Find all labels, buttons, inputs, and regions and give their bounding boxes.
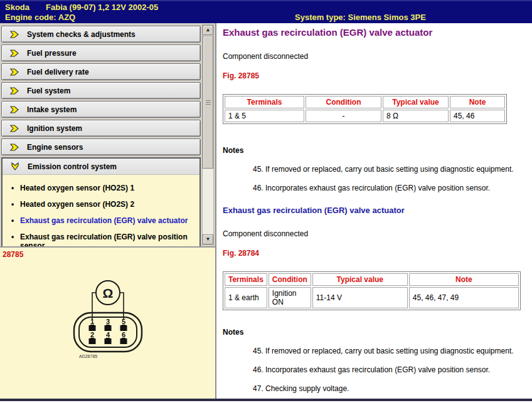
- pin-number: 1: [90, 318, 94, 325]
- sidebar-item-fuel-delivery-rate[interactable]: Fuel delivery rate: [1, 63, 201, 80]
- pin-number: 3: [106, 318, 110, 325]
- note-item: 45. If removed or replaced, carry out ba…: [253, 347, 527, 355]
- cell-terminals: 1 & earth: [225, 287, 267, 308]
- col-header: Note: [450, 96, 505, 108]
- col-header: Note: [409, 273, 519, 286]
- bullet-icon: •: [11, 184, 20, 192]
- cell-condition: -: [306, 110, 381, 122]
- arrow-right-icon: [9, 86, 19, 96]
- spec-table: Terminals Condition Typical value Note 1…: [223, 271, 521, 310]
- figure-reference: Fig. 28785: [223, 71, 527, 80]
- notes-title: Notes: [223, 328, 527, 337]
- note-item: 46. Incorporates exhaust gas recirculati…: [253, 365, 527, 374]
- note-item: 47. Checking supply voltage.: [253, 384, 527, 393]
- bullet-icon: •: [11, 216, 20, 225]
- pin-number: 4: [106, 331, 110, 338]
- spec-table: Terminals Condition Typical value Note 1…: [223, 94, 507, 124]
- connector-diagram: Ω 1 3 5 2 4 6: [70, 279, 149, 364]
- sidebar-item-ignition-system[interactable]: Ignition system: [1, 120, 201, 137]
- sidebar-item-label: Intake system: [27, 105, 77, 114]
- sidebar-item-label: Ignition system: [27, 124, 82, 133]
- sidebar-item-label: Fuel pressure: [27, 49, 77, 58]
- subitem-label: Heated oxygen sensor (HO2S) 2: [20, 200, 139, 209]
- vehicle-title: SkodaFabia (99-07) 1,2 12V 2002-05: [5, 3, 158, 12]
- sidebar: System checks & adjustments Fuel pressur…: [0, 23, 215, 399]
- main-content: Exhaust gas recirculation (EGR) valve ac…: [215, 23, 532, 399]
- system-type: System type: Siemens Simos 3PE: [295, 13, 426, 22]
- sidebar-subitem-egr-valve-actuator[interactable]: • Exhaust gas recirculation (EGR) valve …: [3, 212, 196, 229]
- cell-terminals: 1 & 5: [225, 110, 304, 122]
- arrow-right-icon: [9, 48, 19, 58]
- cell-typical-value: 11-14 V: [312, 287, 408, 308]
- sidebar-group-emission-control: Emission control system • Heated oxygen …: [1, 157, 201, 259]
- sidebar-item-label: Engine sensors: [27, 143, 83, 152]
- arrow-right-icon: [9, 67, 19, 77]
- scrollbar-grip-icon: [206, 100, 211, 105]
- table-header-row: Terminals Condition Typical value Note: [225, 273, 519, 286]
- pin-number: 2: [90, 331, 94, 338]
- sidebar-item-engine-sensors[interactable]: Engine sensors: [1, 139, 201, 155]
- cell-note: 45, 46: [450, 110, 505, 122]
- engine-code: Engine code: AZQ: [5, 13, 75, 22]
- sidebar-item-label: Emission control system: [28, 162, 117, 171]
- col-header: Condition: [306, 96, 381, 108]
- sidebar-menu: System checks & adjustments Fuel pressur…: [0, 23, 215, 246]
- sidebar-subitems: • Heated oxygen sensor (HO2S) 1 • Heated…: [3, 175, 200, 258]
- figure-caption: AD28785: [79, 354, 97, 359]
- cell-note: 45, 46, 47, 49: [409, 287, 519, 308]
- sidebar-item-system-checks[interactable]: System checks & adjustments: [1, 26, 201, 43]
- app-window: SkodaFabia (99-07) 1,2 12V 2002-05 Engin…: [0, 0, 532, 403]
- section-subtitle: Component disconnected: [223, 229, 527, 238]
- titlebar: SkodaFabia (99-07) 1,2 12V 2002-05 Engin…: [0, 0, 532, 23]
- col-header: Condition: [269, 273, 311, 286]
- pin-number: 6: [122, 331, 125, 338]
- subitem-label: Heated oxygen sensor (HO2S) 1: [20, 184, 139, 192]
- table-header-row: Terminals Condition Typical value Note: [225, 96, 505, 108]
- col-header: Terminals: [225, 273, 267, 286]
- sidebar-item-label: Fuel delivery rate: [27, 68, 89, 76]
- col-header: Typical value: [383, 96, 449, 108]
- vehicle-brand: Skoda: [5, 3, 29, 12]
- sidebar-item-emission-control[interactable]: Emission control system: [3, 159, 200, 175]
- table-row: 1 & earth Ignition ON 11-14 V 45, 46, 47…: [225, 287, 519, 308]
- section-title: Exhaust gas recirculation (EGR) valve ac…: [223, 27, 527, 38]
- sidebar-menu-list: System checks & adjustments Fuel pressur…: [1, 26, 201, 259]
- scroll-up-button[interactable]: ▲: [203, 25, 213, 35]
- sidebar-subitem-ho2s-1[interactable]: • Heated oxygen sensor (HO2S) 1: [3, 180, 196, 196]
- sidebar-item-label: Fuel system: [27, 86, 70, 95]
- cell-typical-value: 8 Ω: [383, 110, 449, 122]
- sidebar-item-label: System checks & adjustments: [27, 30, 136, 39]
- arrow-down-icon: [10, 162, 20, 172]
- note-item: 46. Incorporates exhaust gas recirculati…: [253, 184, 527, 192]
- window-bottom-edge: [0, 399, 532, 401]
- section-title: Exhaust gas recirculation (EGR) valve ac…: [223, 206, 527, 215]
- ohmmeter-symbol: Ω: [103, 286, 114, 300]
- arrow-right-icon: [9, 142, 19, 152]
- subitem-label: Exhaust gas recirculation (EGR) valve ac…: [20, 216, 193, 225]
- vehicle-model: Fabia (99-07) 1,2 12V 2002-05: [46, 3, 158, 12]
- note-item: 45. If removed or replaced, carry out ba…: [253, 165, 527, 174]
- arrow-right-icon: [9, 105, 19, 115]
- section-subtitle: Component disconnected: [223, 52, 527, 61]
- figure-number: 28785: [3, 250, 23, 259]
- arrow-right-icon: [9, 29, 19, 39]
- col-header: Typical value: [312, 273, 408, 286]
- bullet-icon: •: [11, 200, 20, 209]
- content-row: System checks & adjustments Fuel pressur…: [0, 23, 532, 399]
- sidebar-item-intake-system[interactable]: Intake system: [1, 101, 201, 118]
- scrollbar-thumb[interactable]: [203, 36, 213, 169]
- arrow-right-icon: [9, 123, 19, 133]
- figure-reference: Fig. 28784: [223, 249, 527, 258]
- col-header: Terminals: [225, 96, 304, 108]
- sidebar-subitem-ho2s-2[interactable]: • Heated oxygen sensor (HO2S) 2: [3, 196, 196, 212]
- notes-title: Notes: [223, 146, 527, 155]
- figure-panel: 28785 Ω 1 3 5: [0, 246, 215, 399]
- sidebar-item-fuel-system[interactable]: Fuel system: [1, 82, 201, 99]
- sidebar-item-fuel-pressure[interactable]: Fuel pressure: [1, 44, 201, 61]
- pin-number: 5: [122, 318, 125, 325]
- cell-condition: Ignition ON: [269, 287, 311, 308]
- table-row: 1 & 5 - 8 Ω 45, 46: [225, 110, 505, 122]
- sidebar-scrollbar[interactable]: ▲ ▼: [202, 24, 214, 245]
- scroll-down-button[interactable]: ▼: [203, 234, 213, 244]
